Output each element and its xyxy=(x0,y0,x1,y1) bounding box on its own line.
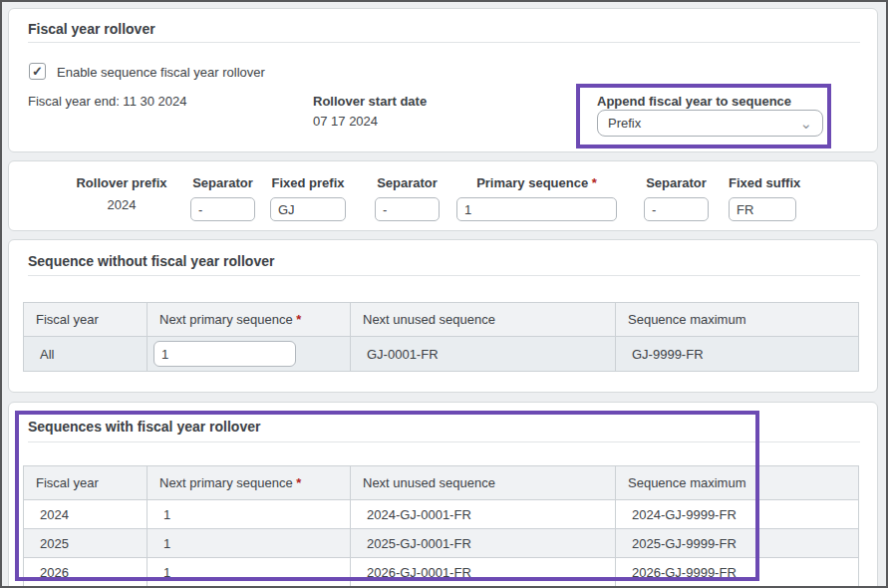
append-fiscal-year-label: Append fiscal year to sequence xyxy=(597,94,791,109)
cell-next-unused-sequence: GJ-0001-FR xyxy=(351,337,616,372)
checkmark-icon: ✓ xyxy=(32,64,43,79)
cell-next-unused-sequence: 2026-GJ-0001-FR xyxy=(351,558,616,587)
header-fiscal-year: Fiscal year xyxy=(24,303,148,337)
separator-input-1[interactable] xyxy=(190,197,255,221)
fixed-prefix-label: Fixed prefix xyxy=(270,175,346,190)
fixed-suffix-field: Fixed suffix xyxy=(729,175,796,221)
rollover-prefix-label: Rollover prefix xyxy=(67,175,176,190)
rollover-prefix-field: Rollover prefix 2024 xyxy=(67,175,176,212)
rollover-prefix-value: 2024 xyxy=(67,197,176,212)
cell-sequence-maximum: GJ-9999-FR xyxy=(616,337,859,372)
sequences-with-rollover-card: Sequences with fiscal year rollover Fisc… xyxy=(8,402,878,588)
header-fiscal-year: Fiscal year xyxy=(24,466,148,500)
separator-field-3: Separator xyxy=(644,175,709,221)
cell-next-primary-sequence: 1 xyxy=(148,558,351,587)
separator-field-1: Separator xyxy=(190,175,255,221)
with-rollover-table: Fiscal year Next primary sequence * Next… xyxy=(23,465,859,587)
table-row-2024: 2024 1 2024-GJ-0001-FR 2024-GJ-9999-FR xyxy=(24,500,859,529)
table-row-2025: 2025 1 2025-GJ-0001-FR 2025-GJ-9999-FR xyxy=(24,529,859,558)
separator-input-2[interactable] xyxy=(375,197,440,221)
sequence-without-rollover-card: Sequence without fiscal year rollover Fi… xyxy=(8,239,878,393)
append-fiscal-year-select[interactable]: Prefix ⌄ xyxy=(597,110,823,137)
cell-fiscal-year: 2025 xyxy=(24,529,148,558)
required-asterisk: * xyxy=(592,175,597,190)
without-rollover-table: Fiscal year Next primary sequence * Next… xyxy=(23,302,859,372)
title-divider xyxy=(28,441,860,442)
cell-next-unused-sequence: 2024-GJ-0001-FR xyxy=(351,500,616,529)
required-asterisk: * xyxy=(296,312,301,327)
cell-next-unused-sequence: 2025-GJ-0001-FR xyxy=(351,529,616,558)
separator-label-3: Separator xyxy=(644,175,709,190)
cell-next-primary-sequence: 1 xyxy=(148,500,351,529)
required-asterisk: * xyxy=(296,475,301,490)
page-title: Fiscal year rollover xyxy=(28,21,155,37)
chevron-down-icon: ⌄ xyxy=(799,119,812,129)
header-next-unused-sequence: Next unused sequence xyxy=(351,303,616,337)
section-title-with-rollover: Sequences with fiscal year rollover xyxy=(28,419,260,435)
cell-fiscal-year: 2026 xyxy=(24,558,148,587)
append-fiscal-year-selected-value: Prefix xyxy=(608,116,799,131)
table-row: All GJ-0001-FR GJ-9999-FR xyxy=(24,337,859,372)
separator-input-3[interactable] xyxy=(644,197,709,221)
fiscal-year-end-text: Fiscal year end: 11 30 2024 xyxy=(28,94,186,109)
section-title-without-rollover: Sequence without fiscal year rollover xyxy=(28,253,274,269)
next-primary-sequence-input[interactable] xyxy=(153,341,296,367)
header-next-primary-sequence: Next primary sequence * xyxy=(148,303,351,337)
fixed-suffix-input[interactable] xyxy=(729,197,796,221)
table-row-2026: 2026 1 2026-GJ-0001-FR 2026-GJ-9999-FR xyxy=(24,558,859,587)
primary-sequence-field: Primary sequence * xyxy=(456,175,617,221)
cell-next-primary-sequence xyxy=(148,337,351,372)
rollover-start-date-value: 07 17 2024 xyxy=(313,114,378,129)
title-divider xyxy=(28,275,860,276)
enable-rollover-label: Enable sequence fiscal year rollover xyxy=(57,65,265,80)
header-next-primary-sequence: Next primary sequence * xyxy=(148,466,351,500)
enable-rollover-checkbox[interactable]: ✓ xyxy=(29,63,46,80)
separator-label-1: Separator xyxy=(190,175,255,190)
fixed-prefix-field: Fixed prefix xyxy=(270,175,346,221)
cell-sequence-maximum: 2025-GJ-9999-FR xyxy=(616,529,859,558)
cell-next-primary-sequence: 1 xyxy=(148,529,351,558)
rollover-start-date-label: Rollover start date xyxy=(313,94,427,109)
header-next-unused-sequence: Next unused sequence xyxy=(351,466,616,500)
cell-sequence-maximum: 2024-GJ-9999-FR xyxy=(616,500,859,529)
cell-fiscal-year: 2024 xyxy=(24,500,148,529)
separator-field-2: Separator xyxy=(375,175,440,221)
fixed-suffix-label: Fixed suffix xyxy=(729,175,796,190)
title-divider xyxy=(28,42,860,43)
table-header-row: Fiscal year Next primary sequence * Next… xyxy=(24,466,859,500)
fiscal-year-rollover-card: Fiscal year rollover ✓ Enable sequence f… xyxy=(8,8,878,152)
cell-sequence-maximum: 2026-GJ-9999-FR xyxy=(616,558,859,587)
header-sequence-maximum: Sequence maximum xyxy=(616,466,859,500)
separator-label-2: Separator xyxy=(375,175,440,190)
sequence-format-card: Rollover prefix 2024 Separator Fixed pre… xyxy=(8,160,878,231)
cell-fiscal-year: All xyxy=(24,337,148,372)
primary-sequence-label: Primary sequence xyxy=(476,175,588,190)
header-sequence-maximum: Sequence maximum xyxy=(616,303,859,337)
primary-sequence-input[interactable] xyxy=(456,197,617,221)
fixed-prefix-input[interactable] xyxy=(270,197,346,221)
table-header-row: Fiscal year Next primary sequence * Next… xyxy=(24,303,859,337)
